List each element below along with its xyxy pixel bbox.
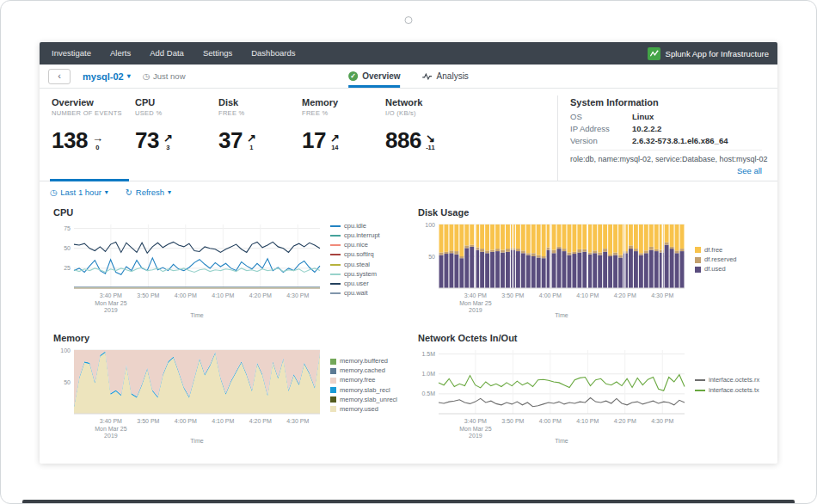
legend-swatch: [330, 378, 336, 384]
caret-down-icon: ▾: [168, 188, 171, 196]
svg-text:4:00 PM: 4:00 PM: [175, 292, 197, 298]
svg-text:Time: Time: [555, 312, 568, 318]
legend-item: df.used: [695, 265, 737, 274]
kpi-title: CPU: [135, 97, 217, 108]
kpi-title: Network: [385, 97, 467, 108]
trend-up-icon: ↗: [247, 132, 256, 144]
legend-item: memory.free: [330, 376, 397, 384]
freshness-indicator: ◷ Just now: [143, 71, 186, 81]
nav-add-data[interactable]: Add Data: [140, 42, 194, 65]
svg-text:4:10 PM: 4:10 PM: [212, 418, 234, 424]
clock-icon: ◷: [50, 187, 57, 197]
legend-item: cpu.softirq: [330, 250, 380, 259]
active-tile-indicator: [50, 179, 129, 181]
memory-chart-panel: Memory 501003:40 PM3:50 PM4:00 PM4:10 PM…: [50, 328, 402, 448]
freshness-label: Just now: [153, 71, 186, 81]
kpi-delta: 1: [249, 144, 253, 151]
legend-label: memory.slab_recl: [340, 386, 390, 395]
tab-overview[interactable]: ✓ Overview: [348, 65, 400, 88]
legend-label: memory.cached: [340, 366, 385, 375]
kpi-tile-memory[interactable]: Memory FREE % 17 ↗14: [300, 95, 384, 181]
kpi-subtitle: USED %: [135, 109, 217, 117]
chart-title: Disk Usage: [418, 207, 767, 218]
kpi-tile-network[interactable]: Network I/O (KB/s) 886 ↘-11: [384, 95, 467, 181]
svg-text:4:20 PM: 4:20 PM: [249, 418, 272, 424]
legend-item: cpu.interrupt: [330, 231, 380, 240]
nav-settings[interactable]: Settings: [194, 42, 242, 65]
legend-label: cpu.interrupt: [344, 231, 380, 240]
svg-text:100: 100: [60, 347, 71, 353]
svg-text:Mon Mar 25: Mon Mar 25: [459, 300, 491, 306]
kpi-subtitle: FREE %: [302, 109, 384, 117]
system-information-title: System Information: [570, 97, 762, 108]
legend-swatch: [330, 396, 336, 403]
cpu-chart-panel: CPU 2550753:40 PM3:50 PM4:00 PM4:10 PM4:…: [50, 202, 402, 323]
system-information-panel: System Information OSLinux IP Address10.…: [557, 95, 765, 181]
kpi-tile-overview[interactable]: Overview NUMBER OF EVENTS 138 →0: [50, 95, 133, 181]
svg-text:3:40 PM: 3:40 PM: [100, 292, 122, 298]
legend-item: memory.slab_recl: [330, 386, 397, 395]
tab-analysis-label: Analysis: [437, 71, 469, 81]
kpi-strip: Overview NUMBER OF EVENTS 138 →0 CPU USE…: [40, 89, 777, 181]
legend-label: cpu.system: [344, 270, 377, 279]
legend-swatch: [330, 387, 336, 393]
time-range-picker[interactable]: ◷ Last 1 hour ▾: [50, 187, 108, 197]
kpi-value: 886: [385, 127, 421, 154]
svg-text:2019: 2019: [469, 307, 482, 313]
svg-text:3:40 PM: 3:40 PM: [464, 292, 487, 298]
nav-investigate[interactable]: Investigate: [48, 42, 101, 65]
svg-text:4:20 PM: 4:20 PM: [614, 292, 636, 298]
svg-text:4:30 PM: 4:30 PM: [286, 418, 309, 424]
svg-text:4:30 PM: 4:30 PM: [651, 418, 673, 424]
kpi-delta: 3: [166, 144, 169, 151]
back-button[interactable]: ‹: [48, 69, 71, 84]
charts-grid: CPU 2550753:40 PM3:50 PM4:00 PM4:10 PM4:…: [40, 200, 777, 460]
chart-title: Memory: [53, 333, 402, 343]
svg-text:25: 25: [64, 265, 71, 271]
nav-alerts[interactable]: Alerts: [101, 42, 140, 65]
legend-label: cpu.steal: [344, 261, 370, 269]
svg-text:3:50 PM: 3:50 PM: [501, 292, 524, 298]
svg-text:2019: 2019: [104, 433, 118, 439]
device-bottom-edge: [22, 500, 795, 503]
sys-ip-label: IP Address: [570, 124, 632, 133]
legend-swatch: [695, 257, 701, 263]
kpi-value: 73: [135, 127, 159, 154]
cpu-chart-legend: cpu.idlecpu.interruptcpu.nicecpu.softirq…: [330, 222, 380, 298]
legend-item: memory.cached: [330, 366, 397, 375]
legend-swatch: [330, 283, 341, 285]
tab-analysis[interactable]: Analysis: [423, 65, 469, 88]
app-title: Splunk App for Infrastructure: [666, 49, 769, 58]
refresh-picker[interactable]: ↻ Refresh ▾: [126, 187, 171, 197]
sys-version-value: 2.6.32-573.8.1.el6.x86_64: [632, 136, 728, 145]
cpu-chart-plot: 2550753:40 PM3:50 PM4:00 PM4:10 PM4:20 P…: [50, 218, 327, 323]
entity-selector[interactable]: mysql-02 ▾: [83, 71, 131, 82]
trend-down-icon: ↘: [426, 132, 435, 144]
camera-dot: [405, 16, 413, 24]
legend-label: memory.used: [340, 405, 378, 414]
nav-dashboards[interactable]: Dashboards: [242, 42, 304, 65]
pulse-icon: [423, 72, 433, 81]
network-chart-plot: 0.5M1.0M1.5M3:40 PM3:50 PM4:00 PM4:10 PM…: [415, 343, 691, 448]
svg-text:Mon Mar 25: Mon Mar 25: [95, 426, 126, 432]
svg-text:Mon Mar 25: Mon Mar 25: [459, 426, 491, 432]
kpi-subtitle: NUMBER OF EVENTS: [52, 109, 133, 117]
disk-chart-legend: df.freedf.reserveddf.used: [695, 246, 737, 274]
legend-item: df.free: [695, 246, 737, 255]
sys-os-label: OS: [570, 112, 632, 121]
legend-label: df.free: [704, 246, 722, 255]
time-toolbar: ◷ Last 1 hour ▾ ↻ Refresh ▾: [40, 181, 777, 200]
legend-swatch: [695, 379, 705, 381]
kpi-tile-disk[interactable]: Disk FREE % 37 ↗1: [217, 95, 300, 181]
memory-chart-legend: memory.bufferedmemory.cachedmemory.freem…: [330, 357, 397, 414]
svg-text:4:00 PM: 4:00 PM: [175, 418, 197, 424]
legend-swatch: [330, 225, 341, 227]
kpi-tile-cpu[interactable]: CPU USED % 73 ↗3: [133, 95, 217, 181]
dimension-tags: role:db, name:mysql-02, service:Database…: [570, 150, 762, 163]
legend-swatch: [695, 267, 701, 273]
legend-label: memory.slab_unrecl: [340, 396, 397, 404]
legend-swatch: [695, 390, 705, 391]
svg-text:75: 75: [64, 225, 71, 231]
disk-chart-plot: 501003:40 PM3:50 PM4:00 PM4:10 PM4:20 PM…: [415, 218, 691, 323]
see-all-link[interactable]: See all: [570, 166, 762, 175]
